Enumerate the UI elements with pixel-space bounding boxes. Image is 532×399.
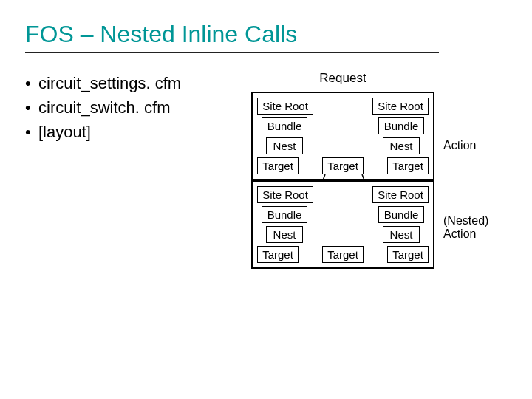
list-item: • circuit_switch. cfm: [25, 95, 247, 120]
bullet-marker: •: [25, 71, 38, 95]
list-item: • circuit_settings. cfm: [25, 71, 247, 95]
slide-title: FOS – Nested Inline Calls: [0, 0, 532, 52]
cell-bundle: Bundle: [262, 117, 307, 134]
diagram: Request Site Root Site Root Bundle Bundl…: [251, 71, 434, 269]
content-area: • circuit_settings. cfm • circuit_switch…: [0, 53, 532, 269]
cell-target: Target: [387, 157, 429, 174]
cell-site-root: Site Root: [372, 186, 429, 203]
cell-target: Target: [257, 246, 299, 263]
cell-site-root: Site Root: [372, 98, 429, 115]
bullet-marker: •: [25, 95, 38, 120]
list-item: • [layout]: [25, 120, 247, 144]
action-label: Action: [443, 139, 476, 152]
cell-bundle: Bundle: [262, 206, 307, 223]
cell-target: Target: [322, 157, 364, 174]
nested-action-block: Site Root Site Root Bundle Bundle Nest N…: [251, 180, 434, 269]
cell-target: Target: [322, 246, 364, 263]
bullet-list: • circuit_settings. cfm • circuit_switch…: [25, 71, 247, 269]
cell-bundle: Bundle: [378, 206, 424, 223]
cell-target: Target: [387, 246, 429, 263]
cell-nest: Nest: [266, 226, 303, 243]
cell-nest: Nest: [383, 137, 420, 154]
cell-target: Target: [257, 157, 299, 174]
bullet-text: [layout]: [38, 120, 91, 144]
bullet-text: circuit_settings. cfm: [38, 71, 181, 95]
cell-bundle: Bundle: [378, 117, 424, 134]
cell-nest: Nest: [266, 137, 303, 154]
request-label: Request: [251, 71, 434, 86]
cell-site-root: Site Root: [257, 186, 313, 203]
cell-site-root: Site Root: [257, 98, 313, 115]
nested-action-label: (Nested) Action: [443, 214, 488, 240]
cell-nest: Nest: [383, 226, 420, 243]
bullet-marker: •: [25, 120, 38, 144]
action-block: Site Root Site Root Bundle Bundle Nest N…: [251, 92, 434, 180]
bullet-text: circuit_switch. cfm: [38, 95, 170, 120]
